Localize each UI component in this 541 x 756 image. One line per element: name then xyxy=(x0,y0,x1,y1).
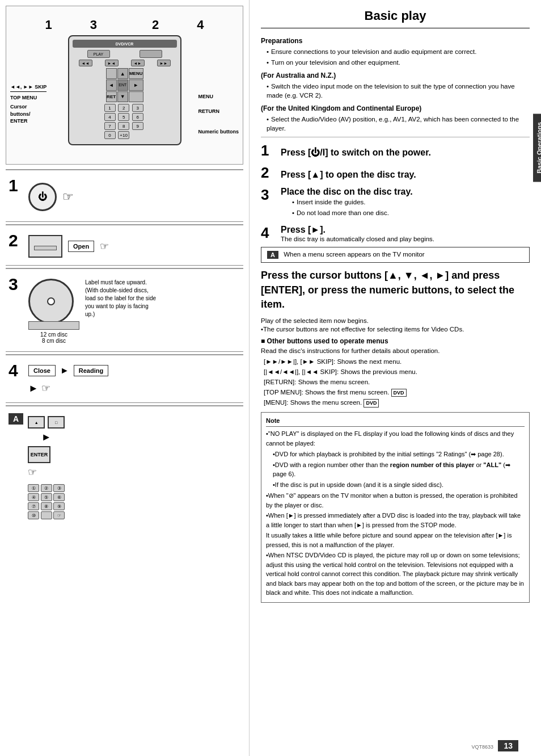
right-step-3-sub1: Insert inside the guides. xyxy=(292,198,413,207)
other-btn-1: [►►/►►|], [►► SKIP]: Shows the next menu… xyxy=(264,357,530,366)
dvd-badge-1: DVD xyxy=(391,389,407,397)
other-btn-2: [|◄◄/◄◄|], [|◄◄ SKIP]: Shows the previou… xyxy=(264,367,530,376)
right-step-3: 3 Place the disc on the disc tray. Inser… xyxy=(261,186,530,220)
top-menu-label: TOP MENU xyxy=(10,94,47,102)
prep-item-2: Turn on your television and other equipm… xyxy=(267,58,530,67)
diagram-num-3: 3 xyxy=(90,18,97,32)
note-item-8: •When NTSC DVD/Video CD is played, the p… xyxy=(266,551,525,598)
cursor-note: •The cursor buttons are not effective fo… xyxy=(261,326,530,333)
step1-number: 1 xyxy=(9,177,26,194)
note-item-4: •If the disc is put in upside down (and … xyxy=(273,480,525,490)
vertical-tab: Basic Operations xyxy=(533,114,541,182)
right-step-3-sub2: Do not load more than one disc. xyxy=(292,208,413,217)
page-title: Basic play xyxy=(261,9,530,28)
note-item-2: •DVD for which playback is prohibited by… xyxy=(273,450,525,459)
section-a: A ▲ □ ► ENTER ☞ ① ② ③ ④ xyxy=(6,409,243,524)
disc-size1: 12 cm disc xyxy=(28,331,79,338)
open-label: Open xyxy=(68,241,94,252)
right-step-3-num: 3 xyxy=(261,186,281,204)
step3-number: 3 xyxy=(9,276,26,293)
page-number: 13 xyxy=(498,740,518,751)
australia-title: (For Australia and N.Z.) xyxy=(261,72,530,79)
notice-label-a: A xyxy=(267,251,278,259)
right-step-2: 2 Press [▲] to open the disc tray. xyxy=(261,164,530,182)
cursor-label: Cursor xyxy=(10,103,47,111)
right-step-2-text: Press [▲] to open the disc tray. xyxy=(281,169,416,181)
step3-section: 3 12 cm disc 8 cm disc Label must face u… xyxy=(6,271,243,352)
dvd-badge-2: DVD xyxy=(364,399,379,408)
right-panel: Basic Operations Basic play Preparations… xyxy=(250,0,541,756)
play-begins: Play of the selected item now begins. xyxy=(261,317,530,324)
uk-title: (For the United Kingdom and Continental … xyxy=(261,104,530,112)
diagram-num-2: 2 xyxy=(152,18,159,32)
menu-label-diagram: MENU xyxy=(198,92,239,101)
enter-label: ENTER xyxy=(10,117,47,125)
prep-item-1: Ensure connections to your television an… xyxy=(267,47,530,56)
note-item-6: •When [►] is pressed immediately after a… xyxy=(266,511,525,530)
note-item-5: •When "⊘" appears on the TV monitor when… xyxy=(266,491,525,510)
right-step-1-text: Press [⏻/I] to switch on the power. xyxy=(281,147,431,159)
reading-label: Reading xyxy=(74,365,108,376)
other-buttons-note: Read the disc's instructions for further… xyxy=(261,347,530,354)
other-btn-5: [MENU]: Shows the menu screen. DVD xyxy=(264,398,530,407)
step4-number: 4 xyxy=(9,362,26,379)
close-label: Close xyxy=(28,365,56,376)
disc-note: Label must face upward. (With double-sid… xyxy=(85,279,159,318)
note-box: Note •"NO PLAY" is displayed on the FL d… xyxy=(261,412,530,603)
return-label-diagram: RETURN xyxy=(198,107,239,116)
page-info: VQT8633 13 xyxy=(472,741,518,750)
remote-diagram-section: 1 3 2 4 DVD/VCR PLAY ◄◄ ►◄ ◄► xyxy=(6,6,243,165)
note-item-3: •DVD with a region number other than the… xyxy=(273,460,525,479)
step2-body: Open ☞ xyxy=(26,232,240,261)
step1-section: 1 ⏻ ☞ xyxy=(6,173,243,222)
australia-item-1: Switch the video input mode on the telev… xyxy=(267,82,530,100)
cursor-label-2: buttons/ xyxy=(10,111,47,118)
diagram-num-1: 1 xyxy=(45,18,52,32)
right-step-4-num: 4 xyxy=(261,224,281,242)
preparations-title: Preparations xyxy=(261,37,530,45)
left-panel: 1 3 2 4 DVD/VCR PLAY ◄◄ ►◄ ◄► xyxy=(0,0,250,756)
step2-number: 2 xyxy=(9,232,26,249)
diagram-num-4: 4 xyxy=(197,18,204,32)
other-buttons-title: Other buttons used to operate menus xyxy=(261,337,530,345)
step4-body: Close ► Reading ► ☞ xyxy=(26,362,240,394)
section-a-label: A xyxy=(9,413,23,425)
right-step-3-text: Place the disc on the disc tray. xyxy=(281,186,413,198)
skip-label: ◄◄, ►► SKIP xyxy=(10,83,47,92)
right-step-1-num: 1 xyxy=(261,142,281,159)
uk-item-1: Select the Audio/Video (AV) position, e.… xyxy=(267,115,530,133)
other-btn-3: [RETURN]: Shows the menu screen. xyxy=(264,377,530,387)
step4-section: 4 Close ► Reading ► ☞ xyxy=(6,358,243,403)
note-item-7: It usually takes a little while before p… xyxy=(266,531,525,549)
other-btn-4: [TOP MENU]: Shows the first menu screen.… xyxy=(264,388,530,397)
right-step-2-num: 2 xyxy=(261,164,281,182)
note-item-1: •"NO PLAY" is displayed on the FL displa… xyxy=(266,429,525,448)
step3-body: 12 cm disc 8 cm disc Label must face upw… xyxy=(26,276,240,347)
notice-box-a: A When a menu screen appears on the TV m… xyxy=(261,247,530,263)
step1-body: ⏻ ☞ xyxy=(26,177,240,217)
notice-text: When a menu screen appears on the TV mon… xyxy=(284,251,424,258)
section-a-body: ▲ □ ► ENTER ☞ ① ② ③ ④ ⑤ ⑥ ⑦ ⑧ ⑨ ⑩ xyxy=(28,413,240,519)
press-cursor-text: Press the cursor buttons [▲, ▼, ◄, ►] an… xyxy=(261,268,530,312)
step2-section: 2 Open ☞ xyxy=(6,228,243,266)
right-step-4-note: The disc tray is automatically closed an… xyxy=(281,236,434,242)
note-title: Note xyxy=(266,416,525,427)
vqt-number: VQT8633 xyxy=(472,744,494,750)
right-step-4: 4 Press [►]. The disc tray is automatica… xyxy=(261,224,530,243)
disc-size2: 8 cm disc xyxy=(28,338,79,344)
right-step-4-text: Press [►]. xyxy=(281,224,434,236)
numeric-label: Numeric buttons xyxy=(198,127,239,136)
right-step-1: 1 Press [⏻/I] to switch on the power. xyxy=(261,142,530,159)
